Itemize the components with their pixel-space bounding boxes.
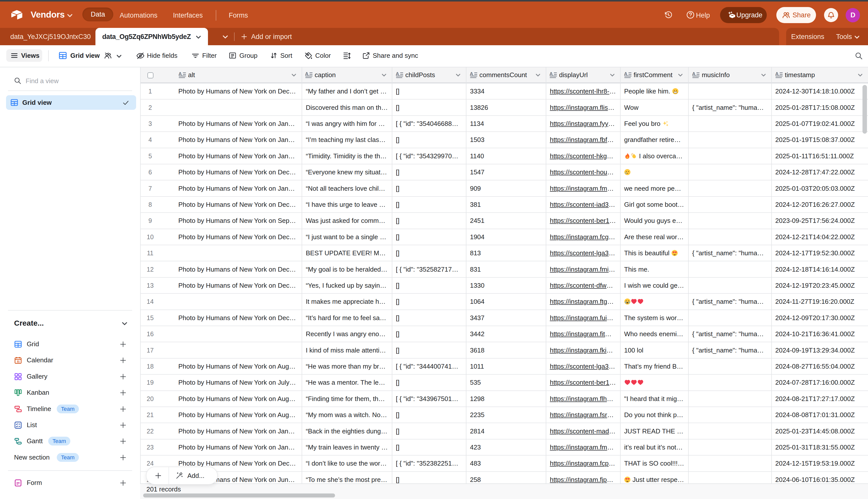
svg-text:A: A <box>692 71 696 76</box>
svg-text:A: A <box>549 71 553 76</box>
svg-text:A: A <box>178 71 182 76</box>
svg-text:31: 31 <box>17 360 20 363</box>
svg-text:A: A <box>305 71 308 76</box>
svg-text:A: A <box>775 71 779 76</box>
svg-text:A: A <box>470 71 473 76</box>
svg-text:A: A <box>624 71 628 76</box>
svg-text:A: A <box>396 71 399 76</box>
